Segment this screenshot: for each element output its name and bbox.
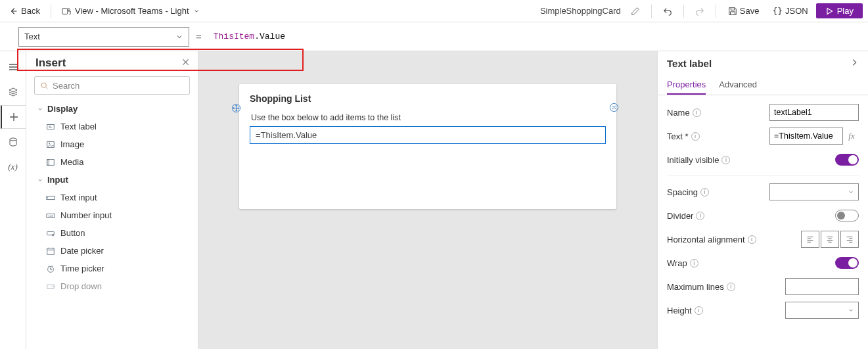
item-media[interactable]: Media xyxy=(37,153,191,171)
info-icon[interactable]: i xyxy=(748,235,756,244)
item-text-label[interactable]: Text label xyxy=(37,118,191,135)
info-icon[interactable]: i xyxy=(690,259,698,268)
search-input[interactable]: Search xyxy=(34,76,190,95)
chevron-down-icon xyxy=(37,106,43,112)
save-icon xyxy=(728,7,737,16)
info-icon[interactable]: i xyxy=(727,283,735,291)
svg-text:123: 123 xyxy=(49,214,54,217)
item-dropdown[interactable]: Drop down xyxy=(37,277,191,295)
toggle-visible[interactable] xyxy=(835,154,859,166)
item-text-input[interactable]: Text input xyxy=(37,189,191,206)
move-handle[interactable] xyxy=(231,103,241,113)
toggle-divider[interactable] xyxy=(835,210,859,221)
json-button[interactable]: {} JSON xyxy=(767,5,813,17)
select-height[interactable] xyxy=(785,302,859,319)
tree-item-label: Image xyxy=(60,139,84,149)
tab-advanced[interactable]: Advanced xyxy=(719,76,757,95)
insert-panel: Insert Search Display Text label Image xyxy=(26,51,198,349)
label-visible: Initially visible xyxy=(667,155,719,165)
chevron-down-icon xyxy=(175,33,183,41)
view-label: View - Microsoft Teams - Light xyxy=(75,6,189,16)
item-number-input[interactable]: 123 Number input xyxy=(37,206,191,224)
category-display[interactable]: Display xyxy=(37,100,191,118)
input-text[interactable] xyxy=(769,128,843,145)
undo-icon xyxy=(663,7,672,16)
rail-insert[interactable] xyxy=(1,105,26,129)
play-label: Play xyxy=(837,6,854,16)
svg-rect-16 xyxy=(47,285,55,288)
button-icon xyxy=(46,229,55,238)
toggle-wrap[interactable] xyxy=(835,257,859,269)
number-input-icon: 123 xyxy=(46,211,55,220)
view-selector[interactable]: View - Microsoft Teams - Light xyxy=(58,5,204,17)
app-name: SimpleShoppingCard xyxy=(540,6,621,16)
tab-properties[interactable]: Properties xyxy=(667,76,706,95)
canvas[interactable]: Shopping List Use the box below to add i… xyxy=(198,51,657,349)
info-icon[interactable]: i xyxy=(693,108,701,117)
separator xyxy=(51,5,51,18)
formula-property-dropdown[interactable]: Text xyxy=(18,27,189,47)
item-time-picker[interactable]: Time picker xyxy=(37,260,191,277)
input-maxlines[interactable] xyxy=(785,278,859,295)
align-left[interactable] xyxy=(801,231,819,248)
svg-point-3 xyxy=(41,83,46,87)
separator xyxy=(683,5,684,18)
plus-icon xyxy=(9,112,19,122)
align-right[interactable] xyxy=(840,231,859,248)
shopping-card[interactable]: Shopping List Use the box below to add i… xyxy=(239,84,616,209)
svg-point-6 xyxy=(49,143,50,144)
rail-variables[interactable]: (x) xyxy=(1,155,26,179)
rail-data[interactable] xyxy=(1,130,26,154)
play-button[interactable]: Play xyxy=(816,3,863,18)
back-label: Back xyxy=(21,6,40,16)
svg-point-2 xyxy=(10,138,16,141)
tree-item-label: Date picker xyxy=(60,246,104,256)
variable-icon: (x) xyxy=(8,162,17,172)
edit-name-button[interactable] xyxy=(626,2,645,20)
dropdown-icon xyxy=(46,282,55,291)
tree-item-label: Button xyxy=(60,228,85,238)
text-label-icon xyxy=(46,122,55,131)
close-panel-button[interactable] xyxy=(181,57,190,70)
align-left-icon xyxy=(806,235,815,244)
item-image[interactable]: Image xyxy=(37,135,191,153)
info-icon[interactable]: i xyxy=(696,212,704,220)
chevron-down-icon xyxy=(193,8,200,14)
back-arrow-icon xyxy=(9,7,18,16)
item-button[interactable]: Button xyxy=(37,224,191,242)
card-title: Shopping List xyxy=(250,93,606,104)
select-spacing[interactable] xyxy=(769,183,859,200)
selected-text-label[interactable]: =ThisItem.Value xyxy=(250,126,606,144)
formula-input[interactable]: ThisItem.Value xyxy=(208,27,868,47)
delete-handle[interactable] xyxy=(609,103,619,114)
expand-panel-button[interactable] xyxy=(850,58,859,69)
item-date-picker[interactable]: Date picker xyxy=(37,242,191,260)
info-icon[interactable]: i xyxy=(695,306,703,315)
formula-object: ThisItem xyxy=(214,32,254,41)
save-button[interactable]: Save xyxy=(723,5,765,17)
info-icon[interactable]: i xyxy=(691,132,700,141)
play-icon xyxy=(825,7,833,15)
info-icon[interactable]: i xyxy=(721,156,730,164)
input-name[interactable] xyxy=(769,104,859,121)
back-button[interactable]: Back xyxy=(5,5,44,17)
tree-item-label: Text label xyxy=(60,122,97,131)
label-divider: Divider xyxy=(667,211,693,221)
card-subtitle: Use the box below to add items to the li… xyxy=(250,113,606,122)
close-icon xyxy=(181,58,190,66)
search-placeholder: Search xyxy=(53,81,80,91)
fx-button[interactable]: fx xyxy=(844,128,859,145)
formula-prop: .Value xyxy=(254,32,285,41)
svg-point-1 xyxy=(68,9,70,11)
rail-tree[interactable] xyxy=(1,80,26,104)
align-center[interactable] xyxy=(821,231,839,248)
category-input[interactable]: Input xyxy=(37,171,191,189)
label-wrap: Wrap xyxy=(667,258,687,268)
pencil-icon xyxy=(631,7,640,16)
tree-item-label: Drop down xyxy=(60,281,102,291)
undo-button[interactable] xyxy=(658,2,677,20)
rail-menu[interactable] xyxy=(1,55,26,79)
category-label: Display xyxy=(47,104,78,114)
chevron-down-icon xyxy=(848,307,854,314)
info-icon[interactable]: i xyxy=(700,188,709,197)
